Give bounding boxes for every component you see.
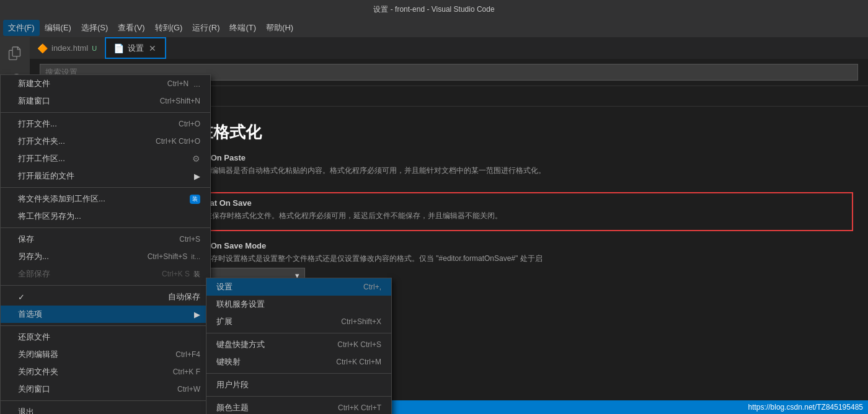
save-all-badge: 装	[193, 270, 200, 279]
tab-bar: 🔶 index.html U 📄 设置 ✕	[30, 37, 868, 59]
add-folder-label: 将文件夹添加到工作区...	[18, 193, 105, 205]
main-layout: 9 🔶 index.html U 📄 设置 ✕	[0, 37, 868, 414]
file-menu-exit[interactable]: 退出	[1, 403, 210, 414]
tab-settings[interactable]: 📄 设置 ✕	[105, 37, 166, 59]
file-menu-open-file[interactable]: 打开文件... Ctrl+O	[1, 115, 210, 133]
tab-index-html-label: index.html	[51, 43, 88, 53]
tab-index-html[interactable]: 🔶 index.html U	[30, 37, 105, 59]
file-menu-new-window[interactable]: 新建窗口 Ctrl+Shift+N	[1, 92, 210, 110]
menu-terminal[interactable]: 终端(T)	[224, 20, 261, 36]
new-file-label: 新建文件	[18, 78, 50, 89]
pref-keymaps[interactable]: 键映射 Ctrl+K Ctrl+M	[206, 353, 391, 371]
save-all-label: 全部保存	[18, 268, 50, 280]
pref-extensions-label: 扩展	[216, 316, 232, 327]
pref-snippets[interactable]: 用户片段	[206, 376, 391, 394]
file-menu-save-all: 全部保存 Ctrl+K S 装	[1, 265, 210, 283]
separator-1	[1, 112, 210, 113]
format-on-save-box: Format On Save ✓ 在保存时格式化文件。格式化程序必须可用，延迟后…	[181, 192, 853, 231]
menu-edit[interactable]: 编辑(E)	[40, 20, 76, 36]
separator-6	[1, 400, 210, 401]
preferences-submenu: 设置 Ctrl+, 联机服务设置 扩展 Ctrl+Shift+X 键盘快捷方式 …	[206, 278, 392, 414]
pref-snippets-label: 用户片段	[216, 379, 249, 390]
file-menu-preferences[interactable]: 首选项 ▶	[1, 306, 210, 323]
status-right-text: https://blog.csdn.net/TZ845195485	[748, 403, 863, 412]
format-on-paste-row: 控制编辑器是否自动格式化粘贴的内容。格式化程序必须可用，并且能针对文档中的某一范…	[181, 165, 853, 180]
new-file-dots: ...	[193, 79, 200, 89]
tab-settings-label: 设置	[128, 43, 144, 54]
revert-label: 还原文件	[18, 332, 50, 343]
preferences-arrow-icon: ▶	[194, 310, 200, 319]
save-workspace-label: 将工作区另存为...	[18, 211, 81, 222]
file-menu-open-workspace[interactable]: 打开工作区... ⚙	[1, 150, 210, 167]
save-all-shortcut: Ctrl+K S	[162, 270, 190, 278]
file-menu-save-as[interactable]: 另存为... Ctrl+Shift+S it...	[1, 248, 210, 265]
activity-explorer[interactable]	[4, 42, 26, 64]
format-on-save-row: ✓ 在保存时格式化文件。格式化程序必须可用，延迟后文件不能保存，并且编辑器不能关…	[190, 210, 844, 225]
pref-keyboard[interactable]: 键盘快捷方式 Ctrl+K Ctrl+S	[206, 336, 391, 353]
menu-select[interactable]: 选择(S)	[76, 20, 113, 36]
file-menu-revert[interactable]: 还原文件	[1, 328, 210, 346]
close-window-shortcut: Ctrl+W	[177, 385, 200, 394]
open-recent-label: 打开最近的文件	[18, 170, 74, 182]
file-menu-close-window[interactable]: 关闭窗口 Ctrl+W	[1, 381, 210, 398]
pref-settings-shortcut: Ctrl+,	[363, 283, 381, 291]
file-menu-close-editor[interactable]: 关闭编辑器 Ctrl+F4	[1, 346, 210, 363]
save-as-label: 另存为...	[18, 251, 49, 262]
pref-extensions[interactable]: 扩展 Ctrl+Shift+X	[206, 313, 391, 330]
close-window-label: 关闭窗口	[18, 384, 50, 395]
file-menu-open-folder[interactable]: 打开文件夹... Ctrl+K Ctrl+O	[1, 133, 210, 150]
pref-color-theme[interactable]: 颜色主题 Ctrl+K Ctrl+T	[206, 399, 391, 414]
format-on-paste-desc: 控制编辑器是否自动格式化粘贴的内容。格式化程序必须可用，并且能针对文档中的某一范…	[196, 165, 546, 176]
pref-sep-1	[206, 333, 391, 333]
format-on-save-mode-desc: 控制在保存时设置格式是设置整个文件格式还是仅设置修改内容的格式。仅当 "#edi…	[181, 253, 853, 264]
pref-settings[interactable]: 设置 Ctrl+,	[206, 278, 391, 296]
menu-goto[interactable]: 转到(G)	[150, 20, 188, 36]
pref-sep-2	[206, 373, 391, 374]
autosave-check-icon: ✓	[18, 293, 28, 302]
file-menu-autosave[interactable]: ✓ 自动保存	[1, 288, 210, 306]
file-menu-open-recent[interactable]: 打开最近的文件 ▶	[1, 167, 210, 185]
file-menu-save-workspace[interactable]: 将工作区另存为...	[1, 208, 210, 225]
file-menu-dropdown: 新建文件 Ctrl+N ... 新建窗口 Ctrl+Shift+N 打开文件..…	[0, 74, 211, 414]
file-menu-save[interactable]: 保存 Ctrl+S	[1, 231, 210, 248]
file-menu-add-folder[interactable]: 将文件夹添加到工作区... 装	[1, 190, 210, 208]
close-folder-shortcut: Ctrl+K F	[173, 368, 200, 376]
separator-4	[1, 285, 210, 286]
title-bar-text: 设置 - front-end - Visual Studio Code	[373, 4, 494, 15]
pref-keymaps-label: 键映射	[216, 356, 241, 368]
pref-online-services[interactable]: 联机服务设置	[206, 296, 391, 313]
menu-run[interactable]: 运行(R)	[187, 20, 224, 36]
settings-file-icon: 📄	[113, 43, 124, 53]
menu-view[interactable]: 查看(V)	[113, 20, 149, 36]
html-file-icon: 🔶	[37, 43, 48, 53]
pref-settings-label: 设置	[216, 281, 232, 293]
close-editor-shortcut: Ctrl+F4	[175, 350, 200, 359]
open-workspace-label: 打开工作区...	[18, 153, 65, 164]
separator-3	[1, 227, 210, 228]
new-window-shortcut: Ctrl+Shift+N	[160, 97, 200, 105]
format-on-save-mode-title: Format On Save Mode	[181, 241, 853, 250]
pref-keyboard-shortcut: Ctrl+K Ctrl+S	[337, 340, 381, 349]
separator-2	[1, 187, 210, 188]
menu-help[interactable]: 帮助(H)	[261, 20, 298, 36]
new-file-shortcut: Ctrl+N	[167, 79, 188, 88]
open-file-shortcut: Ctrl+O	[179, 120, 200, 128]
new-window-label: 新建窗口	[18, 95, 50, 107]
gear-icon: ⚙	[192, 154, 200, 164]
pref-sep-3	[206, 396, 391, 397]
format-on-paste-title: Format On Paste	[181, 153, 853, 162]
pref-keymaps-shortcut: Ctrl+K Ctrl+M	[336, 358, 381, 366]
menu-file[interactable]: 文件(F)	[3, 20, 40, 36]
menu-bar: 文件(F) 编辑(E) 选择(S) 查看(V) 转到(G) 运行(R) 终端(T…	[0, 19, 868, 37]
separator-5	[1, 325, 210, 326]
close-folder-label: 关闭文件夹	[18, 366, 58, 377]
tab-settings-close[interactable]: ✕	[148, 43, 157, 53]
pref-extensions-shortcut: Ctrl+Shift+X	[341, 317, 381, 326]
add-folder-badge: 装	[190, 195, 200, 204]
file-menu-close-folder[interactable]: 关闭文件夹 Ctrl+K F	[1, 363, 210, 381]
preferences-label: 首选项	[18, 309, 42, 320]
file-menu-new-file[interactable]: 新建文件 Ctrl+N ...	[1, 75, 210, 92]
autosave-label: 自动保存	[168, 291, 200, 302]
exit-label: 退出	[18, 407, 34, 414]
pref-keyboard-label: 键盘快捷方式	[216, 339, 265, 350]
